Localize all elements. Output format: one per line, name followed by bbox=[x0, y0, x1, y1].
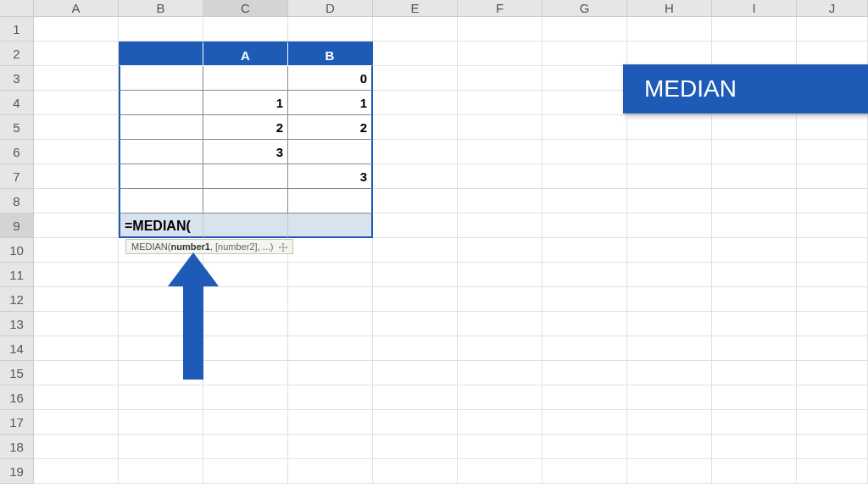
cell-E2[interactable] bbox=[373, 42, 458, 66]
cell-B17[interactable] bbox=[119, 410, 203, 435]
col-header-J[interactable]: J bbox=[797, 0, 868, 17]
row-header-11[interactable]: 11 bbox=[0, 263, 34, 287]
cell-G11[interactable] bbox=[542, 263, 627, 287]
cell-J10[interactable] bbox=[797, 238, 868, 263]
cell-F12[interactable] bbox=[458, 287, 542, 312]
col-header-H[interactable]: H bbox=[627, 0, 712, 17]
cell-H9[interactable] bbox=[627, 214, 712, 238]
cell-H5[interactable] bbox=[627, 115, 712, 140]
cell-J15[interactable] bbox=[797, 361, 868, 385]
cell-D16[interactable] bbox=[288, 385, 373, 410]
cell-H16[interactable] bbox=[627, 385, 712, 410]
cell-D19[interactable] bbox=[288, 459, 373, 484]
cell-I6[interactable] bbox=[712, 140, 797, 164]
cell-B4[interactable] bbox=[119, 91, 203, 115]
cell-E11[interactable] bbox=[373, 263, 458, 287]
cell-J11[interactable] bbox=[797, 263, 868, 287]
cell-A5[interactable] bbox=[34, 115, 119, 140]
col-header-C[interactable]: C bbox=[203, 0, 288, 17]
cell-F3[interactable] bbox=[458, 66, 542, 91]
cell-E8[interactable] bbox=[373, 189, 458, 214]
cell-G5[interactable] bbox=[542, 115, 627, 140]
cell-D17[interactable] bbox=[288, 410, 373, 435]
cell-J9[interactable] bbox=[797, 214, 868, 238]
cell-C3[interactable] bbox=[203, 66, 288, 91]
cell-F16[interactable] bbox=[458, 385, 542, 410]
cell-D15[interactable] bbox=[288, 361, 373, 385]
cell-I5[interactable] bbox=[712, 115, 797, 140]
cell-B7[interactable] bbox=[119, 164, 203, 189]
cell-I19[interactable] bbox=[712, 459, 797, 484]
cell-H18[interactable] bbox=[627, 435, 712, 459]
cell-G19[interactable] bbox=[542, 459, 627, 484]
cell-I1[interactable] bbox=[712, 17, 797, 42]
cell-F19[interactable] bbox=[458, 459, 542, 484]
cell-E1[interactable] bbox=[373, 17, 458, 42]
cell-C1[interactable] bbox=[203, 17, 288, 42]
cell-G3[interactable] bbox=[542, 66, 627, 91]
select-all-corner[interactable] bbox=[0, 0, 34, 17]
cell-G6[interactable] bbox=[542, 140, 627, 164]
row-header-6[interactable]: 6 bbox=[0, 140, 34, 164]
cell-J16[interactable] bbox=[797, 385, 868, 410]
col-header-F[interactable]: F bbox=[458, 0, 542, 17]
cell-E12[interactable] bbox=[373, 287, 458, 312]
col-header-D[interactable]: D bbox=[288, 0, 373, 17]
cell-G4[interactable] bbox=[542, 91, 627, 115]
cell-J17[interactable] bbox=[797, 410, 868, 435]
cell-I16[interactable] bbox=[712, 385, 797, 410]
cell-A7[interactable] bbox=[34, 164, 119, 189]
cell-J18[interactable] bbox=[797, 435, 868, 459]
cell-I14[interactable] bbox=[712, 336, 797, 361]
cell-I8[interactable] bbox=[712, 189, 797, 214]
cell-D1[interactable] bbox=[288, 17, 373, 42]
cell-A18[interactable] bbox=[34, 435, 119, 459]
cell-G9[interactable] bbox=[542, 214, 627, 238]
cell-I18[interactable] bbox=[712, 435, 797, 459]
cell-J6[interactable] bbox=[797, 140, 868, 164]
cell-E18[interactable] bbox=[373, 435, 458, 459]
cell-D3[interactable]: 0 bbox=[288, 66, 373, 91]
cell-F10[interactable] bbox=[458, 238, 542, 263]
cell-A14[interactable] bbox=[34, 336, 119, 361]
cell-A13[interactable] bbox=[34, 312, 119, 336]
cell-D14[interactable] bbox=[288, 336, 373, 361]
cell-H2[interactable] bbox=[627, 42, 712, 66]
row-header-4[interactable]: 4 bbox=[0, 91, 34, 115]
cell-B8[interactable] bbox=[119, 189, 203, 214]
cell-F13[interactable] bbox=[458, 312, 542, 336]
cell-J14[interactable] bbox=[797, 336, 868, 361]
cell-B3[interactable] bbox=[119, 66, 203, 91]
cell-H1[interactable] bbox=[627, 17, 712, 42]
cell-A9[interactable] bbox=[34, 214, 119, 238]
row-header-5[interactable]: 5 bbox=[0, 115, 34, 140]
cell-F8[interactable] bbox=[458, 189, 542, 214]
row-header-13[interactable]: 13 bbox=[0, 312, 34, 336]
cell-E7[interactable] bbox=[373, 164, 458, 189]
cell-J5[interactable] bbox=[797, 115, 868, 140]
cell-F1[interactable] bbox=[458, 17, 542, 42]
cell-F6[interactable] bbox=[458, 140, 542, 164]
cell-B16[interactable] bbox=[119, 385, 203, 410]
cell-H8[interactable] bbox=[627, 189, 712, 214]
cell-A19[interactable] bbox=[34, 459, 119, 484]
cell-A12[interactable] bbox=[34, 287, 119, 312]
cell-C2[interactable]: A bbox=[203, 42, 288, 66]
cell-G8[interactable] bbox=[542, 189, 627, 214]
cell-C18[interactable] bbox=[203, 435, 288, 459]
cell-C19[interactable] bbox=[203, 459, 288, 484]
cell-H11[interactable] bbox=[627, 263, 712, 287]
cell-B18[interactable] bbox=[119, 435, 203, 459]
cell-C5[interactable]: 2 bbox=[203, 115, 288, 140]
row-header-16[interactable]: 16 bbox=[0, 385, 34, 410]
cell-D10[interactable] bbox=[288, 238, 373, 263]
cell-F5[interactable] bbox=[458, 115, 542, 140]
cell-A11[interactable] bbox=[34, 263, 119, 287]
cell-G15[interactable] bbox=[542, 361, 627, 385]
row-header-17[interactable]: 17 bbox=[0, 410, 34, 435]
cell-B6[interactable] bbox=[119, 140, 203, 164]
cell-F4[interactable] bbox=[458, 91, 542, 115]
cell-C7[interactable] bbox=[203, 164, 288, 189]
cell-E16[interactable] bbox=[373, 385, 458, 410]
row-header-10[interactable]: 10 bbox=[0, 238, 34, 263]
